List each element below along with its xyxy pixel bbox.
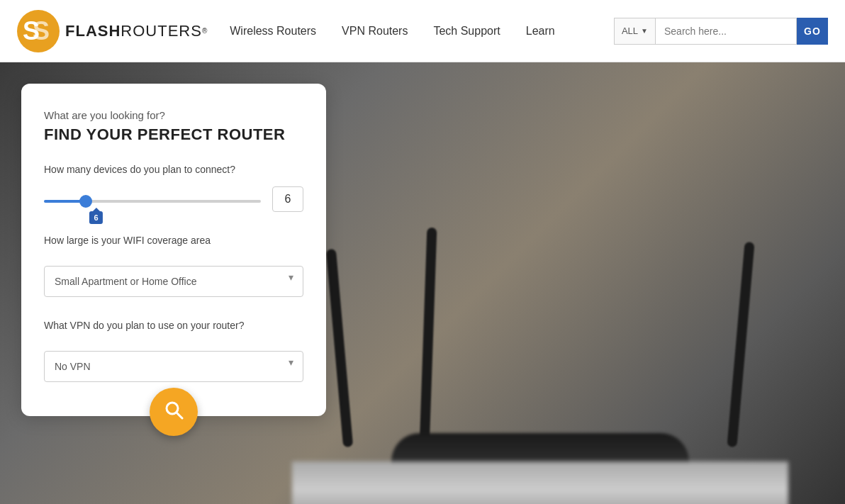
search-fab-icon — [164, 400, 184, 425]
vpn-section: What VPN do you plan to use on your rout… — [44, 320, 303, 382]
coverage-section: How large is your WIFI coverage area Sma… — [44, 235, 303, 297]
devices-label: How many devices do you plan to connect? — [44, 164, 303, 175]
chevron-down-icon: ▼ — [641, 27, 648, 35]
router-antenna-3 — [727, 242, 754, 447]
router-image — [292, 121, 788, 504]
devices-value-box: 6 — [272, 186, 303, 212]
main-nav: Wireless Routers VPN Routers Tech Suppor… — [230, 25, 614, 38]
router-table — [292, 461, 788, 504]
vpn-dropdown[interactable]: No VPN ExpressVPN NordVPN Private Intern… — [44, 351, 303, 382]
card-subtitle: What are you looking for? — [44, 109, 303, 121]
search-filter-dropdown[interactable]: ALL ▼ — [614, 18, 655, 45]
vpn-label: What VPN do you plan to use on your rout… — [44, 320, 303, 331]
nav-wireless-routers[interactable]: Wireless Routers — [230, 25, 316, 38]
finder-card: What are you looking for? FIND YOUR PERF… — [21, 84, 326, 416]
slider-wrapper: 6 — [44, 193, 261, 206]
svg-line-4 — [177, 413, 183, 418]
logo-icon: S S — [17, 10, 60, 52]
router-antenna-2 — [420, 228, 437, 447]
logo[interactable]: S S FLASHROUTERS® — [17, 10, 207, 52]
svg-text:S: S — [33, 16, 50, 45]
logo-routers: ROUTERS — [121, 22, 202, 40]
search-fab-button[interactable] — [150, 388, 198, 436]
search-filter-label: ALL — [622, 26, 638, 36]
nav-vpn-routers[interactable]: VPN Routers — [342, 25, 408, 38]
search-input[interactable] — [655, 18, 797, 45]
card-title: FIND YOUR PERFECT ROUTER — [44, 125, 303, 144]
logo-flash: FLASH — [65, 22, 121, 40]
header: S S FLASHROUTERS® Wireless Routers VPN R… — [0, 0, 845, 62]
nav-learn[interactable]: Learn — [526, 25, 555, 38]
search-go-button[interactable]: GO — [797, 18, 828, 45]
slider-tooltip: 6 — [89, 211, 102, 224]
nav-tech-support[interactable]: Tech Support — [433, 25, 500, 38]
coverage-dropdown-wrapper: Small Apartment or Home Office Medium Ho… — [44, 257, 303, 297]
devices-slider[interactable] — [44, 200, 261, 203]
logo-registered: ® — [202, 27, 207, 35]
coverage-label: How large is your WIFI coverage area — [44, 235, 303, 246]
devices-slider-row: 6 6 — [44, 186, 303, 212]
hero-section: What are you looking for? FIND YOUR PERF… — [0, 62, 845, 504]
search-area: ALL ▼ GO — [614, 18, 828, 45]
vpn-dropdown-wrapper: No VPN ExpressVPN NordVPN Private Intern… — [44, 342, 303, 382]
router-antenna-1 — [326, 249, 353, 447]
coverage-dropdown[interactable]: Small Apartment or Home Office Medium Ho… — [44, 266, 303, 297]
